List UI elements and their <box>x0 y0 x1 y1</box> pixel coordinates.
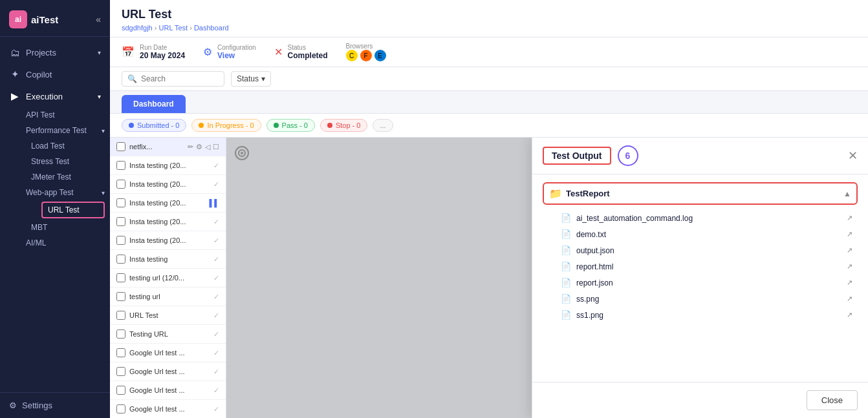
sidebar-item-ai-ml[interactable]: AI/ML <box>21 235 110 251</box>
list-item-checkbox[interactable] <box>116 348 125 357</box>
file-row[interactable]: 📄 ss.png ↗ <box>556 291 858 307</box>
search-box[interactable]: 🔍 <box>122 71 224 87</box>
list-item-text: Google Url test ... <box>129 368 210 375</box>
sidebar-settings[interactable]: ⚙ Settings <box>0 392 110 418</box>
list-item-checkbox[interactable] <box>116 217 125 226</box>
list-item-checkbox[interactable] <box>116 404 125 413</box>
folder-row[interactable]: 📁 TestReport ▲ <box>543 182 858 205</box>
external-link-icon[interactable]: ↗ <box>847 246 852 255</box>
list-item[interactable]: Insta testing (20... ✓ <box>110 156 226 175</box>
sidebar-header: ai aiTest « <box>0 0 110 37</box>
list-item-checkbox[interactable] <box>116 367 125 376</box>
tab-dashboard[interactable]: Dashboard <box>122 95 186 113</box>
list-item-checkbox[interactable] <box>116 292 125 301</box>
list-item-checkbox[interactable] <box>116 311 125 320</box>
list-item-checkbox[interactable] <box>116 255 125 264</box>
external-link-icon[interactable]: ↗ <box>847 295 852 303</box>
file-row[interactable]: 📄 demo.txt ↗ <box>556 226 858 242</box>
list-item[interactable]: netfix... ✏ ⚙ ◁ ☐ <box>110 138 226 156</box>
sidebar-item-web-app-test[interactable]: Web-app Test ▾ <box>21 185 110 200</box>
panel-title: Test Output <box>543 147 611 165</box>
list-item[interactable]: testing url (12/0... ✓ <box>110 269 226 287</box>
submitted-dot <box>129 123 134 128</box>
list-item[interactable]: Google Url test ... ✓ <box>110 362 226 381</box>
panel-footer: Close <box>532 382 868 418</box>
list-item-checkbox[interactable] <box>116 161 125 170</box>
search-input[interactable] <box>141 74 219 83</box>
sidebar-nav: 🗂 Projects ▾ ✦ Copilot ▶ Execution ▾ API… <box>0 37 110 392</box>
list-item[interactable]: testing url ✓ <box>110 287 226 306</box>
pill-other[interactable]: ... <box>373 119 393 132</box>
list-item-checkbox[interactable] <box>116 198 125 207</box>
edit-icon[interactable]: ✏ <box>188 143 193 151</box>
list-item-text: Insta testing (20... <box>129 218 210 225</box>
list-item-checkbox[interactable] <box>116 180 125 189</box>
panel-title-area: Test Output 6 <box>543 145 638 166</box>
external-link-icon[interactable]: ↗ <box>847 230 852 238</box>
file-row[interactable]: 📄 output.json ↗ <box>556 242 858 258</box>
pill-stop[interactable]: Stop - 0 <box>320 119 368 132</box>
list-item[interactable]: Google Url test ... ✓ <box>110 344 226 362</box>
external-link-icon[interactable]: ↗ <box>847 214 852 222</box>
file-row[interactable]: 📄 ss1.png ↗ <box>556 307 858 323</box>
run-date-item: 📅 Run Date 20 May 2024 <box>122 44 185 60</box>
config-info: Configuration View <box>217 44 255 60</box>
delete-icon[interactable]: ☐ <box>213 143 219 151</box>
list-item[interactable]: URL Test ✓ <box>110 306 226 325</box>
panel-close-button[interactable]: ✕ <box>848 150 858 162</box>
file-row[interactable]: 📄 report.json ↗ <box>556 275 858 291</box>
sidebar-item-copilot[interactable]: ✦ Copilot <box>0 63 110 85</box>
check-icon: ✓ <box>213 218 219 226</box>
run-date-value: 20 May 2024 <box>140 51 185 60</box>
file-icon: 📄 <box>561 213 571 223</box>
file-name: ai_test_automation_command.log <box>576 214 841 223</box>
status-filter[interactable]: Status ▾ <box>231 71 271 87</box>
list-item[interactable]: Insta testing (20... ▌▌ <box>110 194 226 213</box>
check-icon: ✓ <box>213 405 219 413</box>
toolbar: 🔍 Status ▾ <box>110 67 868 91</box>
external-link-icon[interactable]: ↗ <box>847 311 852 319</box>
sidebar-item-stress-test[interactable]: Stress Test <box>21 154 110 169</box>
external-link-icon[interactable]: ↗ <box>847 262 852 271</box>
list-item[interactable]: Google Url test ... ✓ <box>110 400 226 418</box>
sidebar-item-performance-test[interactable]: Performance Test ▾ <box>21 123 110 138</box>
file-row[interactable]: 📄 ai_test_automation_command.log ↗ <box>556 210 858 226</box>
tab-bar: Dashboard <box>110 91 868 114</box>
file-icon: 📄 <box>561 294 571 304</box>
sidebar-item-url-test[interactable]: URL Test <box>41 202 105 218</box>
list-item-checkbox[interactable] <box>116 329 125 339</box>
sidebar-collapse-button[interactable]: « <box>96 14 101 25</box>
list-item[interactable]: Insta testing (20... ✓ <box>110 175 226 194</box>
pill-submitted[interactable]: Submitted - 0 <box>122 119 186 132</box>
pill-inprogress[interactable]: In Progress - 0 <box>191 119 261 132</box>
web-app-test-label: Web-app Test <box>26 188 74 197</box>
check-icon: ✓ <box>213 349 219 357</box>
settings-label: Settings <box>22 401 52 410</box>
close-footer-button[interactable]: Close <box>807 390 858 410</box>
firefox-icon: F <box>360 50 372 61</box>
list-item-checkbox[interactable] <box>116 142 125 151</box>
list-item[interactable]: Insta testing (20... ✓ <box>110 213 226 231</box>
list-item-checkbox[interactable] <box>116 236 125 245</box>
list-item[interactable]: Insta testing ✓ <box>110 250 226 269</box>
external-link-icon[interactable]: ↗ <box>847 278 852 287</box>
stop-label: Stop - 0 <box>336 121 361 129</box>
copy-icon[interactable]: ⚙ <box>196 143 202 151</box>
list-item[interactable]: Insta testing (20... ✓ <box>110 231 226 250</box>
list-item-checkbox[interactable] <box>116 386 125 395</box>
sidebar-item-projects[interactable]: 🗂 Projects ▾ <box>0 42 110 63</box>
breadcrumb-root[interactable]: sdgdhfgjh <box>122 24 153 32</box>
sidebar-item-mbt[interactable]: MBT <box>21 220 110 235</box>
breadcrumb-url-test[interactable]: URL Test <box>159 24 188 32</box>
stop-dot <box>327 123 332 128</box>
list-item-checkbox[interactable] <box>116 273 125 282</box>
sidebar-item-api-test[interactable]: API Test <box>21 107 110 123</box>
list-item[interactable]: Google Url test ... ✓ <box>110 381 226 400</box>
pill-pass[interactable]: Pass - 0 <box>266 119 315 132</box>
sidebar-item-execution[interactable]: ▶ Execution ▾ <box>0 85 110 107</box>
sidebar-item-jmeter-test[interactable]: JMeter Test <box>21 169 110 185</box>
sidebar-item-load-test[interactable]: Load Test <box>21 138 110 154</box>
share-icon[interactable]: ◁ <box>205 143 210 151</box>
file-row[interactable]: 📄 report.html ↗ <box>556 258 858 275</box>
list-item[interactable]: Testing URL ✓ <box>110 325 226 344</box>
